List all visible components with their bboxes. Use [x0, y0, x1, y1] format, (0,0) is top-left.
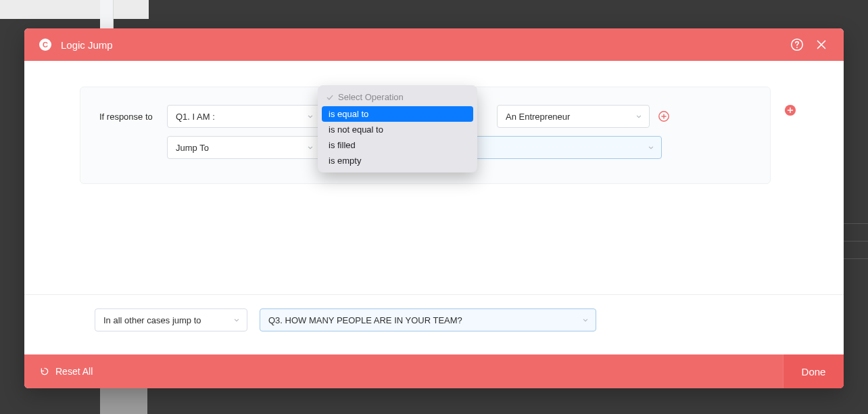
value-select[interactable]: An Entrepreneur — [497, 105, 650, 128]
chevron-down-icon — [581, 315, 590, 325]
canvas-ruler — [0, 0, 149, 19]
fallback-label-value: In all other cases jump to — [103, 315, 201, 325]
help-icon[interactable] — [790, 37, 804, 52]
action-select[interactable]: Jump To — [167, 136, 321, 159]
condition-prompt-label: If response to — [99, 112, 159, 122]
operation-dropdown-placeholder-label: Select Operation — [338, 92, 404, 102]
done-button[interactable]: Done — [783, 354, 844, 388]
fallback-target-value: Q3. HOW MANY PEOPLE ARE IN YOUR TEAM? — [268, 315, 462, 325]
fallback-target-select[interactable]: Q3. HOW MANY PEOPLE ARE IN YOUR TEAM? — [260, 308, 596, 331]
chevron-down-icon — [306, 143, 315, 152]
add-rule-button[interactable] — [784, 104, 796, 116]
chevron-down-icon — [306, 112, 315, 121]
done-label: Done — [802, 366, 826, 377]
chevron-down-icon — [232, 315, 241, 325]
operation-dropdown[interactable]: Select Operation is equal to is not equa… — [318, 85, 477, 172]
close-icon[interactable] — [814, 37, 829, 52]
logic-jump-modal: C Logic Jump If response to Q1. I AM : — [24, 28, 844, 388]
modal-footer: Reset All Done — [24, 354, 844, 388]
rule-card: If response to Q1. I AM : An Entrepreneu… — [80, 87, 771, 184]
canvas-ruler — [100, 384, 147, 414]
operation-dropdown-placeholder: Select Operation — [322, 89, 473, 106]
chevron-down-icon — [634, 112, 644, 121]
section-divider — [24, 294, 844, 295]
modal-body: If response to Q1. I AM : An Entrepreneu… — [24, 61, 844, 354]
operation-option[interactable]: is not equal to — [322, 122, 473, 137]
question-select[interactable]: Q1. I AM : — [167, 105, 321, 128]
value-select-value: An Entrepreneur — [506, 112, 570, 122]
question-select-value: Q1. I AM : — [176, 112, 215, 122]
brand-icon: C — [39, 39, 51, 51]
reset-all-button[interactable]: Reset All — [39, 366, 93, 377]
fallback-label-select[interactable]: In all other cases jump to — [95, 308, 247, 331]
operation-option[interactable]: is equal to — [322, 106, 473, 122]
fallback-row: In all other cases jump to Q3. HOW MANY … — [95, 308, 771, 331]
action-select-value: Jump To — [176, 143, 209, 153]
svg-point-1 — [796, 47, 798, 48]
modal-title: Logic Jump — [61, 39, 780, 51]
operation-option[interactable]: is empty — [322, 153, 473, 168]
canvas-ruler — [100, 0, 114, 30]
operation-option[interactable]: is filled — [322, 137, 473, 153]
check-icon — [326, 93, 334, 101]
reset-all-label: Reset All — [55, 366, 93, 377]
reset-icon — [39, 366, 50, 377]
chevron-down-icon — [646, 143, 656, 152]
add-condition-button[interactable] — [658, 110, 670, 122]
modal-header: C Logic Jump — [24, 28, 844, 61]
